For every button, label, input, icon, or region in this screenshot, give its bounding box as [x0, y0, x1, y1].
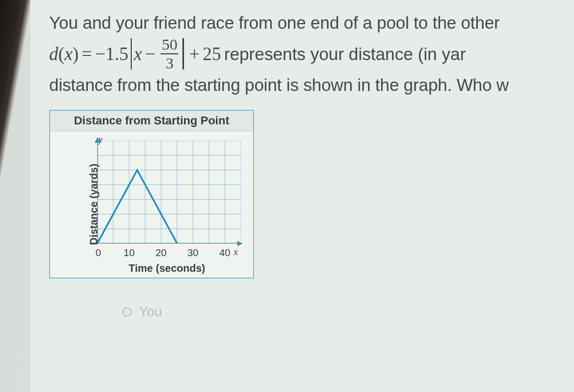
- chart-line-friend: [97, 170, 177, 244]
- equals: =: [78, 45, 95, 63]
- abs-bar-right: [182, 38, 184, 70]
- const-25: 25: [203, 45, 221, 63]
- x-tick-30: 30: [187, 247, 198, 259]
- frac-numerator: 50: [160, 37, 178, 52]
- radio-icon: [122, 307, 132, 317]
- x-tick-10: 10: [123, 247, 134, 259]
- plus: +: [186, 45, 203, 63]
- x-axis-letter: x: [234, 247, 238, 258]
- formula: d(x) = −1.5 x − 50 3 + 25 represents you…: [49, 36, 574, 72]
- neg-sign: −: [95, 45, 106, 63]
- problem-text-line-3: distance from the starting point is show…: [49, 72, 574, 98]
- x-tick-20: 20: [155, 247, 166, 259]
- abs-bar-left: [131, 38, 132, 70]
- open-paren: (: [59, 45, 65, 63]
- answer-option-you[interactable]: You: [122, 304, 574, 320]
- x-axis-label: Time (seconds): [129, 262, 205, 274]
- x-tick-0: 0: [96, 247, 101, 259]
- var-x-arg: x: [64, 45, 73, 63]
- var-x: x: [134, 45, 142, 63]
- formula-trailing-text: represents your distance (in yar: [224, 45, 466, 63]
- close-paren: ): [73, 45, 79, 63]
- chart-body: Distance (yards) Time (seconds) y 30 20 …: [50, 131, 253, 278]
- minus: −: [142, 45, 159, 63]
- frac-denominator: 3: [165, 55, 175, 71]
- chart-title: Distance from Starting Point: [50, 111, 253, 131]
- x-tick-40: 40: [219, 247, 230, 259]
- answer-option-label: You: [139, 304, 162, 320]
- coef: 1.5: [106, 45, 129, 63]
- func-d: d: [49, 45, 59, 63]
- problem-text-line-1: You and your friend race from one end of…: [49, 9, 574, 36]
- chart-container: Distance from Starting Point Distance (y…: [49, 110, 254, 279]
- chart-plot: [97, 141, 241, 244]
- fraction: 50 3: [160, 37, 178, 71]
